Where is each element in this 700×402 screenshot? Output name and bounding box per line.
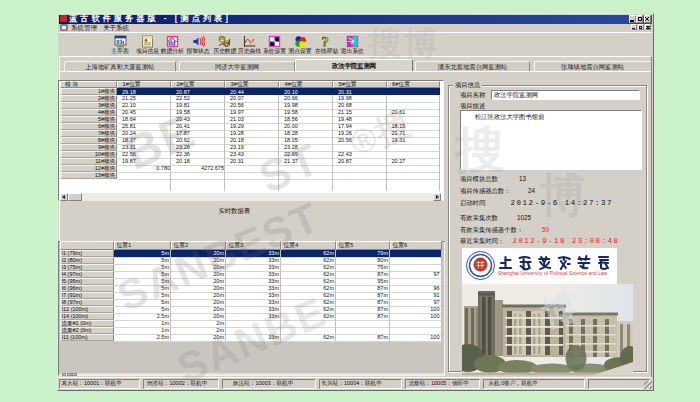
svg-text:?: ? bbox=[322, 35, 329, 48]
svg-text:?: ? bbox=[248, 37, 253, 46]
